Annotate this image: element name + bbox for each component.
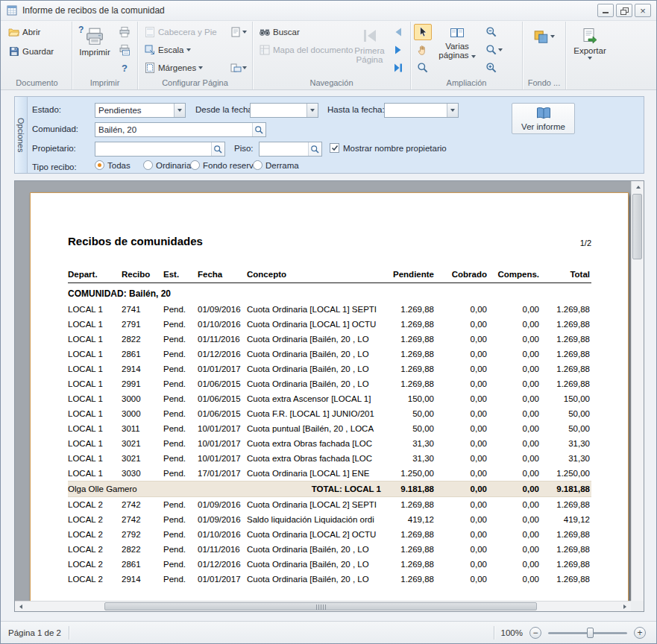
tipo-recibo-radio[interactable]: Ordinaria xyxy=(143,160,191,170)
report-cell: Pend. xyxy=(163,557,198,572)
tipo-recibo-label: Tipo recibo: xyxy=(32,162,77,171)
impresion-rapida-button[interactable] xyxy=(116,24,133,40)
tamano-papel-button[interactable] xyxy=(227,24,249,40)
report-cell: 1.269,88 xyxy=(383,332,436,347)
last-page-icon xyxy=(392,62,404,74)
scale-icon xyxy=(144,44,156,56)
hasta-fecha-select[interactable] xyxy=(384,103,459,118)
report-cell: 1.269,88 xyxy=(541,497,591,513)
help-question-icon: ? xyxy=(122,63,128,74)
orientacion-button[interactable] xyxy=(227,60,249,76)
herramienta-zoom-button[interactable] xyxy=(414,60,432,76)
varias-paginas-button[interactable]: Varias páginas xyxy=(434,24,480,78)
imprimir-button[interactable]: ? Imprimir xyxy=(75,24,114,78)
report-cell: Cuota Ordinaria [LOCAL 1] ENE xyxy=(247,466,383,482)
report-group-row: COMUNIDAD: Bailén, 20 xyxy=(68,283,591,303)
reducir-zoom-button[interactable] xyxy=(482,24,500,40)
guardar-button[interactable]: Guardar xyxy=(5,43,69,60)
exportar-button[interactable]: Exportar xyxy=(569,24,611,86)
primera-pagina-label: Primera Página xyxy=(354,46,385,64)
zoom-in-button[interactable]: + xyxy=(634,627,646,639)
hasta-fecha-dropdown-button[interactable] xyxy=(447,104,458,117)
comunidad-label: Comunidad: xyxy=(32,124,78,133)
puntero-button[interactable] xyxy=(414,24,432,40)
mostrar-checkbox[interactable] xyxy=(330,143,339,153)
zoom-out-button[interactable]: − xyxy=(529,627,541,639)
tipo-recibo-radio[interactable]: Todas xyxy=(95,160,131,170)
ver-informe-button[interactable]: Ver informe xyxy=(512,103,575,134)
desde-fecha-select[interactable] xyxy=(250,103,318,118)
estado-select[interactable]: Pendientes xyxy=(95,103,186,118)
printer-small-icon xyxy=(119,26,131,38)
margins-icon xyxy=(144,62,156,74)
cabecera-pie-button[interactable]: Cabecera y Pie xyxy=(141,24,224,40)
report-cell: LOCAL 2 xyxy=(68,557,122,572)
fondo-button[interactable] xyxy=(529,24,559,49)
scroll-up-button[interactable] xyxy=(632,181,644,193)
arrow-left-icon xyxy=(19,604,22,609)
vertical-scroll-thumb[interactable] xyxy=(632,194,642,259)
comunidad-input[interactable]: Bailén, 20 xyxy=(95,122,266,137)
close-button[interactable]: × xyxy=(635,4,651,17)
report-cell: 1.269,88 xyxy=(541,572,591,587)
mostrar-checkbox-label[interactable]: Mostrar nombre propietario xyxy=(343,144,447,153)
scroll-left-button[interactable] xyxy=(15,602,27,612)
report-cell: 0,00 xyxy=(436,317,488,332)
zoom-button[interactable] xyxy=(482,42,505,58)
minimize-button[interactable] xyxy=(597,4,614,17)
report-cell: 0,00 xyxy=(436,436,488,451)
propietario-input[interactable] xyxy=(95,142,225,157)
report-cell: 1.269,88 xyxy=(383,362,436,376)
restore-button[interactable] xyxy=(616,4,632,17)
chevron-down-icon xyxy=(550,35,555,38)
report-cell: Pend. xyxy=(163,542,198,557)
zoom-slider[interactable] xyxy=(548,627,627,639)
report-cell: 3030 xyxy=(122,466,163,482)
report-cell: 0,00 xyxy=(488,512,541,527)
report-cell: Cuota Ordinaria [Bailén, 20 , LO xyxy=(247,557,383,572)
cabecera-pie-label: Cabecera y Pie xyxy=(158,28,217,37)
report-cell: COMUNIDAD: Bailén, 20 xyxy=(68,283,591,303)
pagina-siguiente-button[interactable] xyxy=(389,42,407,58)
report-cell: 0,00 xyxy=(488,332,541,347)
report-cell: 0,00 xyxy=(488,482,541,497)
pagina-anterior-button[interactable] xyxy=(389,24,407,40)
report-row: LOCAL 22742Pend.01/09/2016Cuota Ordinari… xyxy=(68,497,591,513)
report-cell: Olga Olle Gamero xyxy=(68,482,247,497)
tipo-recibo-radio[interactable]: Derrama xyxy=(253,160,299,170)
primera-pagina-button[interactable]: Primera Página xyxy=(352,24,387,78)
estado-dropdown-button[interactable] xyxy=(174,104,185,117)
tipo-recibo-radio[interactable]: Fondo reserva xyxy=(190,160,258,170)
comunidad-search-button[interactable] xyxy=(252,123,265,136)
report-row: LOCAL 22742Pend.01/09/2016Saldo liquidac… xyxy=(68,512,591,527)
propietario-search-button[interactable] xyxy=(211,142,224,156)
desde-fecha-dropdown-button[interactable] xyxy=(307,104,318,117)
margenes-button[interactable]: Márgenes xyxy=(141,60,224,76)
ayuda-button[interactable]: ? xyxy=(116,60,133,76)
horizontal-scrollbar[interactable] xyxy=(15,601,631,611)
buscar-button[interactable]: Buscar xyxy=(256,24,350,40)
report-cell: 0,00 xyxy=(436,362,488,376)
abrir-button[interactable]: Abrir xyxy=(5,24,69,40)
chevron-down-icon xyxy=(588,57,592,60)
report-cell: 3000 xyxy=(122,391,163,406)
report-cell: 150,00 xyxy=(383,391,436,406)
piso-search-button[interactable] xyxy=(308,142,321,156)
report-cell: 1.269,88 xyxy=(541,527,591,542)
report-cell: LOCAL 1 xyxy=(68,436,122,451)
title-bar: Informe de recibos de la comunidad × xyxy=(1,1,656,21)
imprimir-documento-button[interactable] xyxy=(116,42,133,58)
options-tab[interactable]: Opciones xyxy=(15,97,28,173)
piso-input[interactable] xyxy=(259,142,322,157)
ultima-pagina-button[interactable] xyxy=(389,60,407,76)
escala-button[interactable]: Escala xyxy=(141,42,224,58)
aumentar-zoom-button[interactable] xyxy=(482,60,500,76)
mano-button[interactable] xyxy=(414,42,432,58)
zoom-slider-thumb[interactable] xyxy=(587,628,594,638)
horizontal-scroll-thumb[interactable] xyxy=(104,602,537,610)
scroll-right-button[interactable] xyxy=(619,602,631,612)
first-page-icon xyxy=(361,27,379,45)
vertical-scrollbar[interactable] xyxy=(631,181,644,611)
mapa-documento-button[interactable]: Mapa del documento xyxy=(256,42,350,58)
report-table: Depart. Recibo Est. Fecha Concepto Pendi… xyxy=(68,268,591,587)
